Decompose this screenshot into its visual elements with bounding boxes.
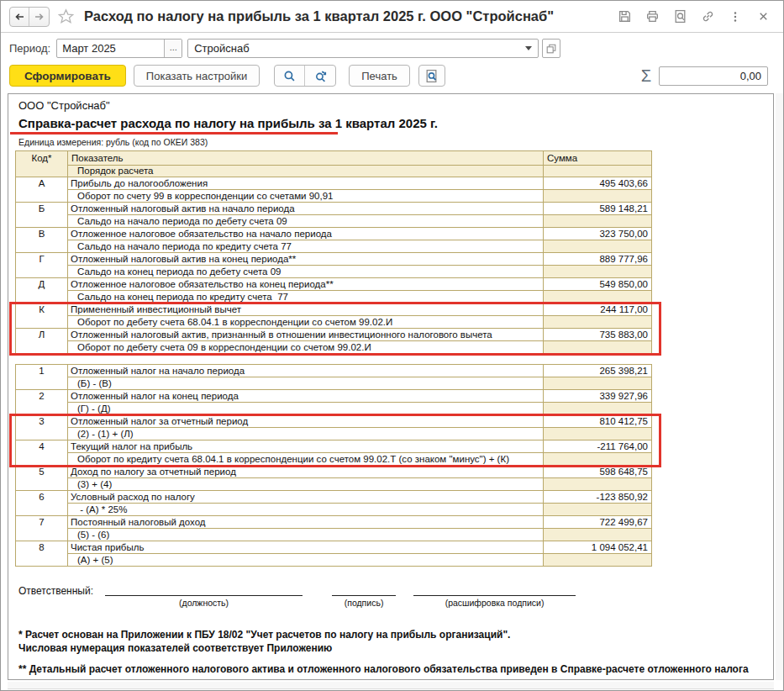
row-sum-fill	[544, 504, 651, 516]
row-code: Д	[16, 278, 68, 303]
preview-button-titlebar[interactable]	[670, 7, 690, 27]
row-sum: 244 117,00	[544, 303, 651, 316]
row-sum: 598 648,75	[544, 466, 651, 478]
row-sum-fill	[544, 453, 651, 466]
period-label: Период:	[9, 42, 50, 55]
row-sum-fill	[544, 529, 651, 541]
close-icon	[757, 10, 770, 23]
table-row: 5 Доход по налогу за отчетный период 598…	[16, 466, 651, 491]
row-indicator: Отложенный налог на начало периода	[68, 365, 544, 377]
row-calc-order: (5) - (6)	[68, 529, 544, 541]
header-indicator: Показатель	[68, 151, 544, 166]
row-code: 1	[16, 365, 68, 389]
row-code: 2	[16, 390, 68, 414]
period-picker-button[interactable]: ...	[164, 40, 182, 57]
table-row: 3 Отложенный налог за отчетный период 81…	[16, 415, 651, 440]
row-indicator: Постоянный налоговый доход	[68, 516, 544, 529]
forward-button[interactable]	[29, 8, 49, 26]
table-row: Д Отложенное налоговое обязательство на …	[16, 278, 651, 303]
printer-icon	[645, 9, 660, 24]
action-row: Сформировать Показать настройки Печать Σ	[9, 65, 783, 87]
row-indicator: Чистая прибыль	[68, 541, 544, 554]
row-sum-fill	[544, 266, 651, 278]
table-row: Л Отложенный налоговый актив, признанный…	[16, 329, 651, 354]
chevron-down-icon	[525, 46, 532, 50]
row-indicator: Прибыль до налогообложения	[68, 177, 544, 190]
numbers-table: 1 Отложенный налог на начало периода 265…	[15, 364, 652, 567]
autosum-box: Σ	[641, 66, 768, 86]
favorite-star-icon[interactable]	[58, 8, 74, 24]
autosum-field[interactable]	[659, 66, 768, 86]
highlight-box: К Примененный инвестиционный вычет 244 1…	[16, 303, 651, 354]
table-row: К Примененный инвестиционный вычет 244 1…	[16, 303, 651, 329]
row-indicator: Отложенный налог на конец периода	[68, 390, 544, 403]
generate-button[interactable]: Сформировать	[9, 65, 126, 87]
row-code: 5	[16, 466, 68, 490]
row-calc-order: - (А) * 25%	[68, 504, 544, 516]
signature-position: (должность)	[105, 585, 303, 608]
titlebar: Расход по налогу на прибыль за 1 квартал…	[1, 1, 783, 33]
report-area: ООО "Стройснаб" Справка-расчет расхода п…	[8, 93, 774, 680]
print-preview-button[interactable]	[418, 65, 445, 87]
row-sum: 589 148,21	[544, 203, 651, 215]
save-button[interactable]	[614, 7, 634, 27]
red-underline-annotation	[10, 132, 338, 135]
save-icon	[618, 9, 632, 24]
header-code: Код*	[16, 151, 68, 177]
row-indicator: Доход по налогу за отчетный период	[68, 466, 544, 478]
preview-icon	[424, 69, 439, 83]
footnotes: * Расчет основан на Приложении к ПБУ 18/…	[18, 628, 773, 676]
table-row: В Отложенное налоговое обязательство на …	[16, 228, 651, 253]
row-calc-order: Оборот по счету 99 в корреспонденции со …	[68, 190, 544, 203]
row-code: А	[16, 177, 68, 202]
table-row: 2 Отложенный налог на конец периода 339 …	[16, 390, 651, 415]
row-indicator: Отложенное налоговое обязательство на ко…	[68, 278, 544, 291]
table-row: Б Отложенный налоговый актив на начало п…	[16, 203, 651, 228]
row-indicator: Отложенный налоговый актив, признанный в…	[68, 329, 544, 341]
footnote-1: * Расчет основан на Приложении к ПБУ 18/…	[18, 628, 773, 641]
show-settings-button[interactable]: Показать настройки	[134, 65, 260, 87]
row-calc-order: Сальдо на начало периода по кредиту счет…	[68, 240, 544, 253]
search-next-button[interactable]	[305, 66, 335, 86]
footnote-3: ** Детальный расчет отложенного налогово…	[18, 662, 773, 676]
link-button[interactable]	[697, 7, 718, 27]
search-icon	[282, 69, 297, 83]
row-indicator: Условный расход по налогу	[68, 491, 544, 504]
letters-table: Код* Показатель Сумма Порядок расчета А …	[15, 150, 652, 354]
signature-line	[332, 585, 396, 596]
document-search-icon	[673, 9, 687, 24]
row-indicator: Примененный инвестиционный вычет	[68, 303, 544, 316]
row-sum: 722 499,67	[544, 516, 651, 529]
row-code: К	[16, 303, 68, 328]
signature-line	[105, 585, 303, 596]
row-sum-fill	[544, 240, 651, 253]
print-button[interactable]: Печать	[349, 65, 410, 87]
search-button[interactable]	[275, 66, 305, 86]
close-button[interactable]	[753, 7, 773, 27]
organization-open-button[interactable]	[542, 39, 560, 58]
row-code: 6	[16, 491, 68, 515]
sigma-icon: Σ	[641, 66, 651, 86]
header-sum-fill	[544, 166, 651, 177]
table-row: 6 Условный расход по налогу -123 850,92 …	[16, 491, 651, 516]
row-calc-order: Сальдо на конец периода по дебету счета …	[68, 266, 544, 278]
table-row: 7 Постоянный налоговый доход 722 499,67 …	[16, 516, 651, 541]
row-indicator: Текущий налог на прибыль	[68, 440, 544, 453]
row-calc-order: Оборот по кредиту счета 68.04.1 в коррес…	[68, 453, 544, 466]
row-code: 4	[16, 440, 68, 465]
organization-combo[interactable]: Стройснаб	[187, 39, 539, 58]
row-indicator: Отложенный налоговый актив на начало пер…	[68, 203, 544, 215]
more-button[interactable]	[725, 7, 745, 27]
print-button-titlebar[interactable]	[642, 7, 662, 27]
signature-line	[413, 585, 576, 596]
app-window: Расход по налогу на прибыль за 1 квартал…	[0, 0, 784, 691]
row-sum-fill	[544, 377, 651, 390]
report-title: Справка-расчет расхода по налогу на приб…	[18, 116, 773, 130]
period-input[interactable]	[57, 42, 164, 55]
back-button[interactable]	[10, 8, 29, 26]
horizontal-scrollbar[interactable]	[8, 682, 774, 689]
vertical-scrollbar[interactable]	[776, 93, 783, 680]
row-code: 7	[16, 516, 68, 541]
row-sum: 495 403,66	[544, 177, 651, 190]
row-sum: 1 094 052,41	[544, 541, 651, 554]
